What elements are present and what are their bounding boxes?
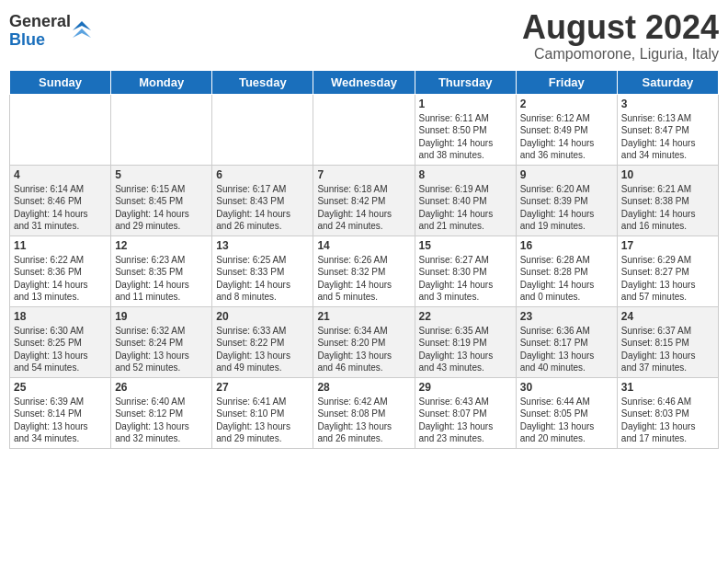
- calendar-cell: 19Sunrise: 6:32 AMSunset: 8:24 PMDayligh…: [111, 306, 212, 377]
- calendar-table: SundayMondayTuesdayWednesdayThursdayFrid…: [9, 70, 719, 449]
- cell-day-number: 18: [14, 310, 107, 323]
- cell-day-number: 20: [216, 310, 309, 323]
- weekday-header-tuesday: Tuesday: [212, 70, 313, 94]
- cell-info: Sunrise: 6:42 AMSunset: 8:08 PMDaylight:…: [317, 396, 410, 445]
- cell-info: Sunrise: 6:21 AMSunset: 8:38 PMDaylight:…: [621, 183, 714, 233]
- calendar-cell: 26Sunrise: 6:40 AMSunset: 8:12 PMDayligh…: [111, 377, 212, 448]
- weekday-header-saturday: Saturday: [617, 70, 718, 94]
- cell-info: Sunrise: 6:26 AMSunset: 8:32 PMDaylight:…: [317, 254, 410, 304]
- calendar-cell: [212, 94, 313, 165]
- cell-info: Sunrise: 6:27 AMSunset: 8:30 PMDaylight:…: [419, 254, 512, 304]
- logo: General Blue: [9, 13, 91, 50]
- cell-day-number: 24: [621, 310, 714, 323]
- cell-day-number: 29: [419, 381, 512, 394]
- calendar-week-4: 18Sunrise: 6:30 AMSunset: 8:25 PMDayligh…: [10, 306, 719, 377]
- calendar-cell: [10, 94, 111, 165]
- cell-day-number: 15: [419, 239, 512, 252]
- cell-day-number: 30: [520, 381, 613, 394]
- weekday-header-friday: Friday: [516, 70, 617, 94]
- cell-info: Sunrise: 6:39 AMSunset: 8:14 PMDaylight:…: [14, 396, 107, 445]
- weekday-header-sunday: Sunday: [10, 70, 111, 94]
- calendar-week-5: 25Sunrise: 6:39 AMSunset: 8:14 PMDayligh…: [10, 377, 719, 448]
- logo-general: General: [9, 13, 71, 31]
- cell-day-number: 1: [419, 98, 512, 110]
- cell-day-number: 5: [115, 168, 208, 181]
- calendar-cell: 8Sunrise: 6:19 AMSunset: 8:40 PMDaylight…: [415, 165, 516, 236]
- cell-info: Sunrise: 6:40 AMSunset: 8:12 PMDaylight:…: [115, 396, 208, 445]
- calendar-cell: 29Sunrise: 6:43 AMSunset: 8:07 PMDayligh…: [415, 377, 516, 448]
- calendar-cell: 18Sunrise: 6:30 AMSunset: 8:25 PMDayligh…: [10, 306, 111, 377]
- calendar-cell: 28Sunrise: 6:42 AMSunset: 8:08 PMDayligh…: [313, 377, 415, 448]
- calendar-week-3: 11Sunrise: 6:22 AMSunset: 8:36 PMDayligh…: [10, 236, 719, 306]
- calendar-cell: 30Sunrise: 6:44 AMSunset: 8:05 PMDayligh…: [516, 377, 617, 448]
- weekday-header-row: SundayMondayTuesdayWednesdayThursdayFrid…: [10, 70, 719, 94]
- cell-day-number: 2: [520, 98, 613, 110]
- calendar-cell: 12Sunrise: 6:23 AMSunset: 8:35 PMDayligh…: [111, 236, 212, 306]
- calendar-cell: 24Sunrise: 6:37 AMSunset: 8:15 PMDayligh…: [617, 306, 718, 377]
- calendar-cell: 13Sunrise: 6:25 AMSunset: 8:33 PMDayligh…: [212, 236, 313, 306]
- calendar-cell: 5Sunrise: 6:15 AMSunset: 8:45 PMDaylight…: [111, 165, 212, 236]
- calendar-cell: 25Sunrise: 6:39 AMSunset: 8:14 PMDayligh…: [10, 377, 111, 448]
- cell-info: Sunrise: 6:28 AMSunset: 8:28 PMDaylight:…: [520, 254, 613, 304]
- cell-day-number: 17: [621, 239, 714, 252]
- calendar-cell: 3Sunrise: 6:13 AMSunset: 8:47 PMDaylight…: [617, 94, 718, 165]
- cell-day-number: 9: [520, 168, 613, 181]
- cell-day-number: 12: [115, 239, 208, 252]
- cell-info: Sunrise: 6:17 AMSunset: 8:43 PMDaylight:…: [216, 183, 309, 233]
- cell-info: Sunrise: 6:46 AMSunset: 8:03 PMDaylight:…: [621, 396, 714, 445]
- cell-info: Sunrise: 6:32 AMSunset: 8:24 PMDaylight:…: [115, 325, 208, 374]
- cell-info: Sunrise: 6:43 AMSunset: 8:07 PMDaylight:…: [419, 396, 512, 445]
- cell-day-number: 19: [115, 310, 208, 323]
- cell-info: Sunrise: 6:41 AMSunset: 8:10 PMDaylight:…: [216, 396, 309, 445]
- calendar-cell: 11Sunrise: 6:22 AMSunset: 8:36 PMDayligh…: [10, 236, 111, 306]
- cell-info: Sunrise: 6:12 AMSunset: 8:49 PMDaylight:…: [520, 112, 613, 162]
- cell-day-number: 23: [520, 310, 613, 323]
- cell-day-number: 28: [317, 381, 410, 394]
- calendar-cell: 7Sunrise: 6:18 AMSunset: 8:42 PMDaylight…: [313, 165, 415, 236]
- cell-info: Sunrise: 6:13 AMSunset: 8:47 PMDaylight:…: [621, 112, 714, 162]
- cell-day-number: 31: [621, 381, 714, 394]
- cell-info: Sunrise: 6:20 AMSunset: 8:39 PMDaylight:…: [520, 183, 613, 233]
- calendar-cell: 16Sunrise: 6:28 AMSunset: 8:28 PMDayligh…: [516, 236, 617, 306]
- cell-info: Sunrise: 6:11 AMSunset: 8:50 PMDaylight:…: [419, 112, 512, 162]
- cell-info: Sunrise: 6:22 AMSunset: 8:36 PMDaylight:…: [14, 254, 107, 304]
- cell-info: Sunrise: 6:37 AMSunset: 8:15 PMDaylight:…: [621, 325, 714, 374]
- calendar-cell: 27Sunrise: 6:41 AMSunset: 8:10 PMDayligh…: [212, 377, 313, 448]
- calendar-cell: 6Sunrise: 6:17 AMSunset: 8:43 PMDaylight…: [212, 165, 313, 236]
- cell-info: Sunrise: 6:15 AMSunset: 8:45 PMDaylight:…: [115, 183, 208, 233]
- page-header: General Blue August 2024 Campomorone, Li…: [9, 9, 719, 63]
- weekday-header-monday: Monday: [111, 70, 212, 94]
- cell-day-number: 4: [14, 168, 107, 181]
- calendar-week-2: 4Sunrise: 6:14 AMSunset: 8:46 PMDaylight…: [10, 165, 719, 236]
- cell-day-number: 21: [317, 310, 410, 323]
- svg-marker-1: [73, 29, 91, 38]
- calendar-cell: 23Sunrise: 6:36 AMSunset: 8:17 PMDayligh…: [516, 306, 617, 377]
- calendar-cell: 10Sunrise: 6:21 AMSunset: 8:38 PMDayligh…: [617, 165, 718, 236]
- calendar-cell: 4Sunrise: 6:14 AMSunset: 8:46 PMDaylight…: [10, 165, 111, 236]
- cell-day-number: 7: [317, 168, 410, 181]
- calendar-subtitle: Campomorone, Liguria, Italy: [522, 46, 719, 63]
- cell-day-number: 22: [419, 310, 512, 323]
- cell-day-number: 6: [216, 168, 309, 181]
- cell-day-number: 8: [419, 168, 512, 181]
- calendar-cell: 21Sunrise: 6:34 AMSunset: 8:20 PMDayligh…: [313, 306, 415, 377]
- cell-info: Sunrise: 6:44 AMSunset: 8:05 PMDaylight:…: [520, 396, 613, 445]
- cell-info: Sunrise: 6:36 AMSunset: 8:17 PMDaylight:…: [520, 325, 613, 374]
- calendar-cell: 17Sunrise: 6:29 AMSunset: 8:27 PMDayligh…: [617, 236, 718, 306]
- cell-info: Sunrise: 6:35 AMSunset: 8:19 PMDaylight:…: [419, 325, 512, 374]
- calendar-cell: 2Sunrise: 6:12 AMSunset: 8:49 PMDaylight…: [516, 94, 617, 165]
- logo-blue: Blue: [9, 31, 71, 50]
- cell-info: Sunrise: 6:18 AMSunset: 8:42 PMDaylight:…: [317, 183, 410, 233]
- cell-day-number: 11: [14, 239, 107, 252]
- cell-day-number: 13: [216, 239, 309, 252]
- cell-day-number: 25: [14, 381, 107, 394]
- cell-info: Sunrise: 6:33 AMSunset: 8:22 PMDaylight:…: [216, 325, 309, 374]
- cell-info: Sunrise: 6:19 AMSunset: 8:40 PMDaylight:…: [419, 183, 512, 233]
- cell-info: Sunrise: 6:23 AMSunset: 8:35 PMDaylight:…: [115, 254, 208, 304]
- calendar-cell: 22Sunrise: 6:35 AMSunset: 8:19 PMDayligh…: [415, 306, 516, 377]
- cell-day-number: 26: [115, 381, 208, 394]
- calendar-cell: [313, 94, 415, 165]
- calendar-cell: 20Sunrise: 6:33 AMSunset: 8:22 PMDayligh…: [212, 306, 313, 377]
- calendar-cell: [111, 94, 212, 165]
- calendar-cell: 9Sunrise: 6:20 AMSunset: 8:39 PMDaylight…: [516, 165, 617, 236]
